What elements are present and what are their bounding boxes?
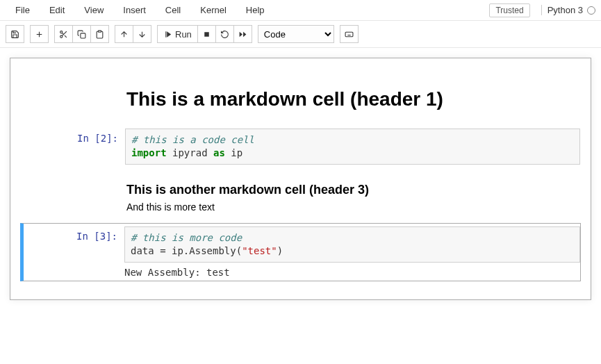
svg-rect-7 [81, 33, 85, 38]
markdown-rendered: This is another markdown cell (header 3)… [125, 176, 580, 215]
input-prompt: In [2]: [21, 129, 125, 165]
copy-button[interactable] [73, 25, 91, 43]
code-output: New Assembly: test [124, 263, 580, 278]
input-prompt: In [3]: [24, 226, 124, 278]
svg-line-5 [65, 35, 67, 37]
command-palette-button[interactable] [340, 25, 359, 43]
kernel-status-icon [587, 6, 595, 15]
code-input[interactable]: # this is more code data = ip.Assembly("… [124, 226, 580, 263]
add-cell-button[interactable] [30, 25, 49, 43]
plus-icon [35, 30, 44, 39]
run-icon [163, 30, 172, 39]
svg-marker-13 [239, 31, 242, 37]
move-down-button[interactable] [133, 25, 151, 43]
code-cell-body: # this is a code cell import ipyrad as i… [125, 129, 580, 165]
arrow-up-icon [120, 30, 129, 39]
save-icon [10, 30, 19, 39]
code-keyword: import [131, 147, 167, 158]
save-button[interactable] [6, 25, 24, 43]
markdown-h1: This is a markdown cell (header 1) [126, 88, 579, 110]
keyboard-icon [345, 30, 354, 39]
cell-type-select[interactable]: Code [258, 25, 334, 43]
menu-insert[interactable]: Insert [113, 2, 156, 18]
menu-view[interactable]: View [74, 2, 113, 18]
restart-icon [220, 30, 229, 39]
markdown-cell[interactable]: This is another markdown cell (header 3)… [20, 172, 581, 219]
restart-button[interactable] [216, 25, 234, 43]
svg-line-6 [62, 33, 63, 34]
paste-button[interactable] [91, 25, 109, 43]
menu-cell[interactable]: Cell [156, 2, 190, 18]
stop-icon [202, 30, 211, 39]
menu-kernel[interactable]: Kernel [190, 2, 236, 18]
arrow-down-icon [138, 30, 147, 39]
code-comment: # this is a code cell [131, 134, 254, 145]
svg-rect-12 [204, 32, 209, 37]
cut-button[interactable] [54, 25, 73, 43]
svg-rect-15 [345, 32, 353, 37]
notebook: This is a markdown cell (header 1) In [2… [10, 58, 591, 300]
prompt [21, 176, 125, 215]
code-input[interactable]: # this is a code cell import ipyrad as i… [125, 129, 580, 165]
menu-edit[interactable]: Edit [40, 2, 74, 18]
markdown-p: And this is more text [126, 201, 579, 213]
svg-marker-14 [243, 31, 246, 37]
prompt [21, 81, 125, 117]
svg-point-2 [60, 31, 63, 33]
toolbar: Run Code [0, 21, 601, 48]
code-comment: # this is more code [131, 232, 242, 243]
code-keyword: as [213, 147, 225, 158]
svg-rect-8 [98, 31, 101, 32]
code-cell-selected[interactable]: In [3]: # this is more code data = ip.As… [20, 223, 581, 281]
code-text: ip [225, 147, 242, 158]
svg-marker-11 [167, 31, 170, 37]
code-string: "test" [242, 245, 277, 256]
interrupt-button[interactable] [198, 25, 216, 43]
run-label: Run [175, 29, 192, 40]
move-up-button[interactable] [115, 25, 133, 43]
restart-run-all-button[interactable] [234, 25, 252, 43]
kernel-name: Python 3 [548, 5, 583, 15]
kernel-indicator[interactable]: Python 3 [541, 5, 595, 15]
run-button[interactable]: Run [157, 25, 198, 43]
copy-icon [77, 30, 86, 39]
menu-help[interactable]: Help [236, 2, 274, 18]
svg-point-3 [60, 35, 63, 38]
markdown-cell[interactable]: This is a markdown cell (header 1) [20, 78, 581, 121]
paste-icon [95, 30, 104, 39]
trusted-indicator[interactable]: Trusted [489, 3, 529, 17]
code-text: ) [277, 245, 283, 256]
markdown-rendered: This is a markdown cell (header 1) [125, 81, 580, 117]
notebook-container: This is a markdown cell (header 1) In [2… [0, 48, 601, 310]
fast-forward-icon [238, 30, 247, 39]
menu-file[interactable]: File [6, 2, 40, 18]
cut-icon [59, 30, 68, 39]
code-text: ipyrad [167, 147, 213, 158]
markdown-h3: This is another markdown cell (header 3) [126, 183, 579, 197]
code-cell[interactable]: In [2]: # this is a code cell import ipy… [20, 125, 581, 168]
code-cell-body: # this is more code data = ip.Assembly("… [124, 226, 580, 278]
code-text: data = ip.Assembly( [131, 245, 242, 256]
menubar: File Edit View Insert Cell Kernel Help T… [0, 0, 601, 21]
